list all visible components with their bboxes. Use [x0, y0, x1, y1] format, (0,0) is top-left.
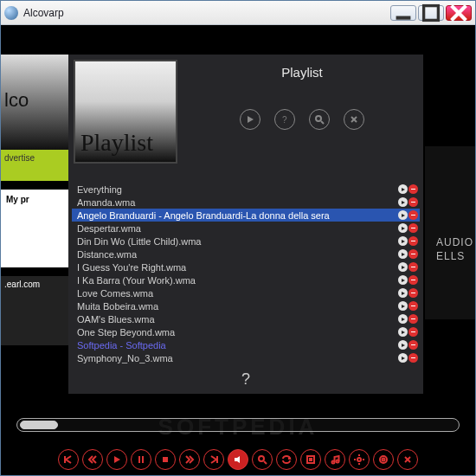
svg-marker-11	[114, 456, 120, 463]
tracklist[interactable]: EverythingAmanda.wmaAngelo Branduardi - …	[72, 183, 420, 364]
bg-card-4: .earl.com	[1, 276, 68, 345]
settings-button[interactable]	[349, 449, 370, 470]
panel-question-icon[interactable]: ?	[68, 370, 423, 389]
track-name: Despertar.wma	[77, 223, 398, 234]
prev-track-button[interactable]	[58, 449, 79, 470]
track-row[interactable]: One Step Beyond.wma	[72, 325, 420, 338]
playlist-panel: Playlist Playlist ? EverythingAmanda.wma…	[68, 55, 423, 394]
rewind-button[interactable]	[82, 449, 103, 470]
track-name: Din Din Wo (Little Child).wma	[77, 236, 398, 247]
track-play-icon[interactable]	[398, 340, 408, 350]
track-remove-icon[interactable]	[408, 236, 418, 246]
track-remove-icon[interactable]	[408, 249, 418, 259]
close-button[interactable]	[446, 5, 472, 21]
track-remove-icon[interactable]	[408, 275, 418, 285]
minimize-button[interactable]	[390, 5, 416, 21]
music-button[interactable]	[325, 449, 345, 470]
exit-button[interactable]	[397, 449, 418, 470]
bg-card-3: My pr	[1, 190, 68, 267]
track-name: One Step Beyond.wma	[77, 327, 398, 338]
track-remove-icon[interactable]	[408, 197, 418, 207]
playlist-cover-label: Playlist	[80, 131, 153, 155]
track-play-icon[interactable]	[398, 236, 408, 246]
track-play-icon[interactable]	[398, 301, 408, 311]
track-name: Everything	[77, 184, 398, 195]
panel-search-button[interactable]	[309, 109, 330, 130]
track-remove-icon[interactable]	[408, 223, 418, 233]
stop-button[interactable]	[155, 449, 176, 470]
track-row[interactable]: Love Comes.wma	[72, 286, 420, 299]
svg-point-30	[383, 459, 385, 461]
track-name: Symphony_No_3.wma	[77, 353, 398, 363]
track-remove-icon[interactable]	[408, 288, 418, 298]
track-row[interactable]: Symphony_No_3.wma	[72, 351, 420, 364]
content-area: lco dvertise My pr .earl.com AUDIO ELLS …	[1, 25, 475, 475]
track-name: I Guess You're Right.wma	[77, 262, 398, 273]
svg-point-17	[259, 456, 264, 461]
bg-card-1: lco	[1, 55, 68, 150]
track-remove-icon[interactable]	[408, 262, 418, 272]
bg-card-2: dvertise	[1, 150, 68, 181]
track-play-icon[interactable]	[398, 288, 408, 298]
bg-right-text: AUDIO ELLS	[436, 236, 473, 263]
mute-button[interactable]	[228, 449, 248, 470]
pause-button[interactable]	[131, 449, 151, 470]
track-row[interactable]: Muita Bobeira.wma	[72, 299, 420, 312]
track-row[interactable]: Everything	[72, 183, 420, 196]
effects-button[interactable]	[373, 449, 394, 470]
track-play-icon[interactable]	[398, 249, 408, 259]
play-button[interactable]	[106, 449, 127, 470]
track-remove-icon[interactable]	[408, 353, 418, 363]
panel-help-button[interactable]: ?	[274, 109, 295, 130]
panel-play-button[interactable]	[240, 109, 261, 130]
track-remove-icon[interactable]	[408, 210, 418, 220]
track-play-icon[interactable]	[398, 223, 408, 233]
panel-close-button[interactable]	[344, 109, 364, 130]
playlist-cover: Playlist	[74, 60, 177, 164]
svg-marker-16	[235, 456, 240, 463]
forward-button[interactable]	[179, 449, 200, 470]
track-play-icon[interactable]	[398, 275, 408, 285]
svg-point-24	[357, 458, 361, 461]
track-row[interactable]: Distance.wma	[72, 248, 420, 261]
track-play-icon[interactable]	[398, 210, 408, 220]
track-name: Love Comes.wma	[77, 288, 398, 299]
track-name: Softpedia - Softpedia	[77, 340, 398, 351]
track-name: OAM's Blues.wma	[77, 314, 398, 325]
track-play-icon[interactable]	[398, 197, 408, 207]
track-play-icon[interactable]	[398, 327, 408, 337]
svg-marker-4	[248, 116, 254, 123]
repeat-button[interactable]	[276, 449, 297, 470]
track-remove-icon[interactable]	[408, 301, 418, 311]
bottom-toolbar	[1, 449, 475, 470]
track-play-icon[interactable]	[398, 353, 408, 363]
svg-rect-1	[424, 5, 439, 20]
track-row[interactable]: Amanda.wma	[72, 196, 420, 209]
track-row[interactable]: Softpedia - Softpedia	[72, 338, 420, 351]
svg-line-18	[264, 461, 267, 464]
track-row[interactable]: I Guess You're Right.wma	[72, 261, 420, 273]
track-play-icon[interactable]	[398, 184, 408, 194]
search-button[interactable]	[252, 449, 273, 470]
titlebar: Alcovarp	[1, 1, 475, 25]
track-row[interactable]: Din Din Wo (Little Child).wma	[72, 235, 420, 248]
track-play-icon[interactable]	[398, 262, 408, 272]
track-remove-icon[interactable]	[408, 314, 418, 324]
track-row[interactable]: OAM's Blues.wma	[72, 312, 420, 325]
bg-card-right	[425, 146, 475, 319]
seek-bar[interactable]	[16, 418, 460, 432]
playlist-button[interactable]	[300, 449, 321, 470]
seek-thumb[interactable]	[20, 421, 58, 429]
svg-point-6	[316, 116, 321, 121]
track-row[interactable]: Angelo Branduardi - Angelo Branduardi-La…	[72, 209, 420, 222]
track-remove-icon[interactable]	[408, 340, 418, 350]
app-icon	[4, 6, 18, 20]
track-remove-icon[interactable]	[408, 327, 418, 337]
track-row[interactable]: I Ka Barra (Your Work).wma	[72, 273, 420, 286]
track-play-icon[interactable]	[398, 314, 408, 324]
track-remove-icon[interactable]	[408, 184, 418, 194]
track-row[interactable]: Despertar.wma	[72, 222, 420, 235]
maximize-button[interactable]	[418, 5, 444, 21]
svg-text:?: ?	[282, 115, 287, 125]
next-track-button[interactable]	[203, 449, 224, 470]
